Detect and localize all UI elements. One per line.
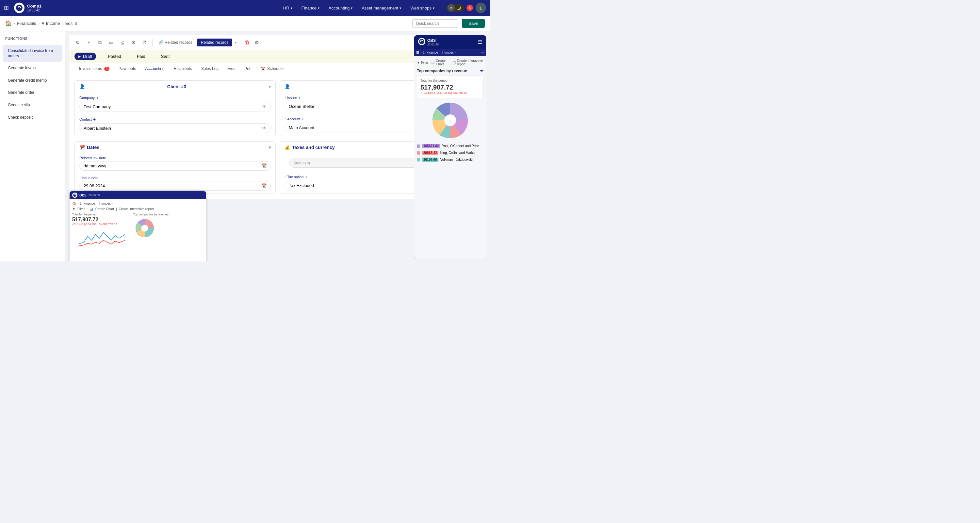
nav-hr[interactable]: HR ▾ [279,3,296,13]
company-input[interactable] [84,104,262,109]
rp-body: ▼ Filter 📊 Create Chart 📋 Create Interac… [414,56,486,259]
company-plus-icon[interactable]: + [96,95,99,100]
issuer-plus-icon[interactable]: + [298,95,301,100]
company-eye-icon[interactable]: 👁 [262,104,267,109]
down-arrow-icon: ↓ [420,91,422,94]
nav-web-shops[interactable]: Web shops ▾ [406,3,438,13]
dark-theme-btn[interactable]: 🌙 [455,4,463,11]
rp-header: OBS 23:01:58 ☰ [414,35,486,49]
rp-section-title: Top companies by revenue ✏ [417,69,484,73]
related-inv-date-label: Related inv. date [80,156,271,160]
taxes-icon: 💰 [285,145,290,150]
rp-stat-change: ↓ -24.14% (-164,798.15) 682,705.87 [420,91,480,94]
legend-row-0: 165671.82 Yost, O'Connell and Price [417,142,484,149]
breadcrumb-financials[interactable]: Financials [17,21,36,26]
sidebar-item-generate-order[interactable]: Generate order [3,87,62,99]
filter-icon: ▼ [417,61,420,64]
status-sent[interactable]: Sent [157,53,174,60]
status-draft[interactable]: ▶ Draft [75,53,96,60]
legend-color-2 [417,158,420,161]
toolbar-sep2 [240,39,240,46]
nav-menu: HR ▾ Finance ▾ Accounting ▾ Asset manage… [279,3,438,13]
rp-nav-icon: ☰ [416,51,419,54]
hamburger-icon[interactable]: ☰ [477,39,482,45]
breadcrumb: 🏠 › Financials › ≡ Income › Edit 3 Save [0,16,490,31]
tab-payments[interactable]: Payments [114,63,140,75]
company-time: 19:58:42 [27,8,41,12]
legend-color-0 [417,145,420,148]
svg-point-5 [419,39,424,44]
user-avatar[interactable]: L [476,3,486,13]
tab-pnl[interactable]: PnL [240,63,256,75]
tab-scheduler[interactable]: 📅 Scheduler [256,63,290,75]
rp-create-chart-button[interactable]: 📊 Create Chart [431,59,450,66]
rp-stat-label: Total for the period [420,79,480,82]
mini-filter-icon: ▼ [72,207,75,211]
status-posted[interactable]: Posted [104,53,125,60]
company-field: Company + 👁 [75,92,275,114]
contact-plus-icon[interactable]: + [93,117,96,122]
tab-vies[interactable]: Vies [223,63,240,75]
nav-finance[interactable]: Finance ▾ [298,3,323,13]
sidebar-item-consolidated[interactable]: Consolidated invoice from orders [3,45,62,62]
tab-sales-log[interactable]: Sales Log [197,63,223,75]
top-navigation: ⊞ Comp1 19:58:42 HR ▾ Finance ▾ Accounti… [0,0,490,16]
contact-input[interactable] [84,126,262,131]
mini-panel-nav: OBS 20:56:55 [70,191,206,199]
dates-icon: 📅 [80,145,85,150]
rp-filter-button[interactable]: ▼ Filter [417,61,428,64]
bottom-mini-panel: OBS 20:56:55 🏠 › 1. Finance › Invoices ›… [69,191,207,262]
client-card-chevron-icon[interactable]: ▾ [269,84,271,89]
tax-plus-icon[interactable]: + [305,174,307,179]
notification-badge[interactable]: 8 [466,5,473,11]
rp-edit-icon[interactable]: ✏ [482,51,484,54]
tab-accounting[interactable]: Accounting [140,63,169,75]
issue-date-field: Issue date 29.08.2024 📆 [75,173,275,193]
status-paid[interactable]: Paid [133,53,149,60]
copy-icon[interactable]: ⧉ [95,38,105,47]
dates-card: 📅 Dates ▾ Related inv. date dd.mm.yyyy 📆… [75,141,276,193]
sidebar-item-check-deposit[interactable]: Check deposit [3,112,62,124]
home-icon[interactable]: 🏠 [5,20,12,27]
history-icon[interactable]: ⏱ [140,38,149,47]
archive-icon[interactable]: ▭ [107,38,116,47]
rp-section-edit-icon[interactable]: ✏ [480,69,484,73]
rp-interactive-report-button[interactable]: 📋 Create Interactive report [452,59,484,66]
contact-eye-icon[interactable]: 👁 [262,126,267,131]
tab-invoice-items[interactable]: Invoice items 1 [75,63,114,75]
refresh-icon[interactable]: ↻ [73,38,82,47]
theme-toggle[interactable]: ☀ 🌙 [446,3,464,12]
breadcrumb-id: 3 [75,21,77,26]
breadcrumb-income[interactable]: Income [46,21,60,26]
rp-stat-value: 517,907.72 [420,84,480,91]
report-icon: 📋 [452,61,456,64]
delete-icon[interactable]: 🗑 [243,38,251,47]
issue-calendar-icon: 📆 [261,183,267,188]
dates-header: 📅 Dates ▾ [75,142,275,153]
tab-recipients[interactable]: Recipients [169,63,197,75]
related-records-link[interactable]: 🔗 Related records [156,39,195,46]
save-button[interactable]: Save [462,19,485,28]
mini-breadcrumb: 🏠 › 1. Finance › Invoices › [72,202,204,205]
issue-date-input[interactable]: 29.08.2024 📆 [80,181,271,191]
breadcrumb-edit[interactable]: Edit [65,21,73,26]
quick-search-input[interactable] [412,19,458,28]
related-inv-date-input[interactable]: dd.mm.yyyy 📆 [80,161,271,171]
email-icon[interactable]: ✉ [129,38,138,47]
sidebar-item-generate-invoice[interactable]: Generate invoice [3,62,62,74]
rp-nav: ☰ › 1. Finance › Invoices › ✏ [414,49,486,56]
print-icon[interactable]: 🖨 [118,38,127,47]
sidebar-item-credit-memo[interactable]: Generate credit memo [3,75,62,87]
nav-accounting[interactable]: Accounting ▾ [325,3,356,13]
light-theme-btn[interactable]: ☀ [447,4,455,11]
grid-menu-icon[interactable]: ⊞ [4,4,9,11]
sidebar-item-generate-slip[interactable]: Geneate slip [3,99,62,111]
dates-chevron-icon[interactable]: ▾ [269,145,271,150]
account-plus-icon[interactable]: + [302,116,304,121]
nav-asset-management[interactable]: Asset management ▾ [358,3,405,13]
calendar-icon: 📆 [261,163,267,168]
related-inv-date-field: Related inv. date dd.mm.yyyy 📆 [75,153,275,173]
related-records-button[interactable]: Related records [197,38,232,46]
add-icon[interactable]: ＋ [84,38,94,47]
settings-icon[interactable]: ⚙ [253,38,260,47]
